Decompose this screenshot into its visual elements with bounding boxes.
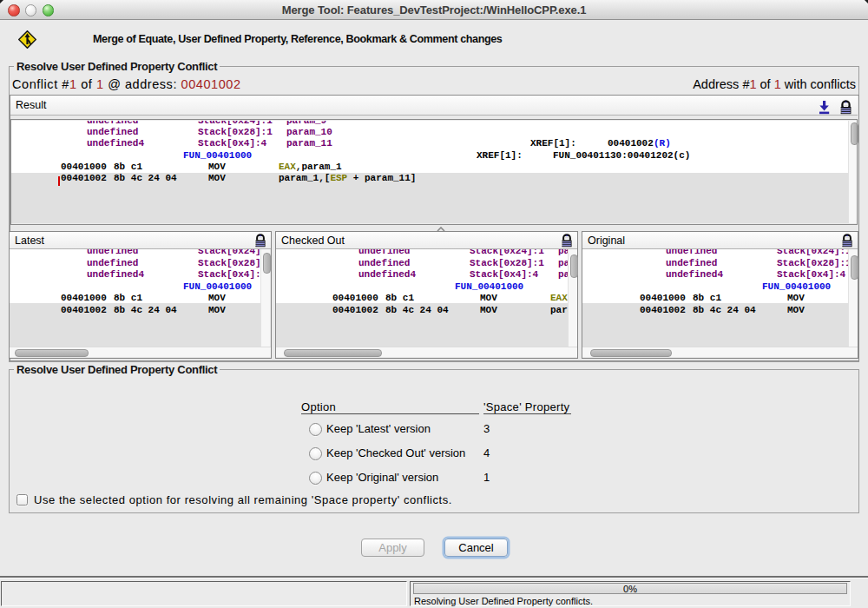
listing-token: param_11: [286, 138, 332, 149]
label-part: Address #: [693, 77, 749, 91]
listing-token: param_10: [286, 127, 332, 138]
listing-token: undefined: [358, 249, 410, 257]
listing-token: param_9: [286, 121, 326, 127]
option-radio-1[interactable]: [309, 447, 322, 460]
listing-token: Stack[0x4]:4: [470, 269, 538, 281]
listing-token: Stack[0x4]:4: [198, 269, 260, 281]
label-part: 1: [96, 77, 104, 91]
original-vscroll-thumb[interactable]: [851, 255, 858, 280]
conflict-group-title: Resolve User Defined Property Conflict: [14, 60, 220, 73]
listing-token: Stack[0x28]:1: [777, 258, 848, 269]
listing-token: ,param_1: [296, 162, 342, 173]
listing-row: FUN_00401000: [276, 281, 568, 293]
checked_out-hscroll-thumb[interactable]: [284, 349, 382, 357]
listing-token: MOV: [208, 305, 226, 316]
checked_out-vertical-scrollbar[interactable]: [568, 249, 577, 347]
listing-row: undefinedStack[0x24]:1param_9: [10, 249, 260, 257]
listing-token: XREF[1]:: [477, 150, 523, 162]
listing-token: MOV: [208, 173, 226, 184]
original-panel-header: Original: [582, 232, 858, 249]
listing-token: EAX: [550, 293, 568, 304]
latest-hscroll-thumb[interactable]: [15, 349, 89, 357]
listing-token: 8b 4c 24 04: [693, 305, 756, 316]
result-vscroll-thumb[interactable]: [851, 122, 858, 145]
listing-token: param_11: [558, 269, 568, 281]
option-value-2: 1: [483, 471, 490, 484]
option-value-1: 4: [483, 446, 490, 459]
lock-icon-original[interactable]: [840, 233, 854, 248]
listing-token: FUN_00401000: [762, 281, 831, 293]
listing-row: undefinedStack[0x28]:1param_10: [582, 258, 848, 269]
listing-row: undefinedStack[0x28]:1param_10: [276, 258, 568, 269]
listing-token: undefined: [87, 249, 138, 257]
lock-icon-result[interactable]: [838, 99, 853, 115]
listing-token: MOV: [208, 162, 226, 173]
option-value-0: 3: [483, 422, 490, 435]
listing-row: undefinedStack[0x28]:1param_10: [11, 127, 848, 138]
label-part: Conflict #: [12, 77, 69, 91]
latest-listing[interactable]: undefinedStack[0x24]:1param_9undefinedSt…: [10, 249, 260, 347]
listing-token: undefined4: [87, 269, 144, 281]
listing-token: 00401002: [332, 305, 378, 316]
listing-row: 004010008b c1MOVEAX,param_1: [582, 293, 848, 304]
latest-vscroll-thumb[interactable]: [263, 253, 271, 274]
result-listing[interactable]: undefinedStack[0x24]:1param_9undefinedSt…: [11, 121, 848, 223]
listing-token: Stack[0x28]:1: [470, 258, 544, 269]
status-separator-highlight: [0, 578, 868, 578]
status-message: Resolving User Defined Property conflict…: [414, 596, 593, 606]
listing-token: 8b c1: [114, 162, 142, 173]
listing-token: 8b c1: [385, 293, 414, 304]
listing-row: undefined4Stack[0x4]:4param_11: [276, 269, 568, 281]
save-icon[interactable]: [817, 100, 832, 115]
latest-vertical-scrollbar[interactable]: [260, 249, 270, 347]
option-label-2: Keep 'Original' version: [326, 471, 438, 484]
apply-button[interactable]: Apply: [361, 539, 424, 557]
cancel-button[interactable]: Cancel: [444, 539, 508, 557]
title-bar[interactable]: Merge Tool: Features_DevTestProject:/Win…: [0, 0, 868, 20]
label-part: 00401002: [181, 77, 241, 91]
latest-panel-title: Latest: [15, 235, 44, 247]
listing-token: Stack[0x24]:1: [198, 121, 273, 127]
original-listing[interactable]: undefinedStack[0x24]:1param_9undefinedSt…: [582, 249, 848, 347]
label-part: 1: [69, 77, 77, 91]
listing-token: undefined: [87, 258, 138, 269]
merge-header-title: Merge of Equate, User Defined Property, …: [93, 33, 502, 45]
listing-token: ESP: [330, 173, 347, 184]
label-part: 1: [774, 77, 781, 91]
listing-row: undefined4Stack[0x4]:4param_11: [10, 269, 260, 281]
merge-tool-window: { "window": { "title": "Merge Tool: Feat…: [0, 0, 868, 608]
listing-row: undefinedStack[0x24]:1param_9: [11, 121, 848, 127]
checked_out-vscroll-thumb[interactable]: [570, 254, 578, 278]
listing-row: 004010008b c1MOVEAX,param_1: [11, 162, 848, 173]
checked_out-panel-header: Checked Out: [276, 232, 577, 249]
listing-token: undefined: [666, 258, 717, 269]
conflict-count-label: Conflict #1 of 1 @ address: 00401002: [12, 77, 241, 91]
checked_out-panel-title: Checked Out: [281, 235, 345, 247]
checked_out-horizontal-scrollbar[interactable]: [276, 347, 577, 357]
latest-horizontal-scrollbar[interactable]: [10, 347, 271, 357]
listing-token: FUN_00401000: [455, 281, 523, 293]
listing-row: 004010008b c1MOVEAX,param_1: [10, 293, 260, 304]
listing-token: MOV: [787, 305, 805, 316]
listing-token: 00401000: [640, 293, 686, 304]
listing-token: XREF[1]:: [530, 138, 576, 149]
original-hscroll-thumb[interactable]: [590, 349, 672, 357]
option-radio-2[interactable]: [309, 472, 322, 485]
label-part: 1: [749, 77, 756, 91]
listing-token: Stack[0x4]:4: [777, 269, 845, 281]
result-vertical-scrollbar[interactable]: [848, 121, 857, 223]
progress-percent: 0%: [623, 584, 637, 594]
listing-token: MOV: [480, 305, 497, 316]
original-horizontal-scrollbar[interactable]: [582, 347, 858, 357]
apply-to-all-checkbox[interactable]: [16, 494, 28, 506]
listing-token: 00401002: [61, 305, 107, 316]
listing-token: undefined4: [666, 269, 723, 281]
lock-icon-checked_out[interactable]: [560, 233, 574, 248]
listing-row: 004010028b 4c 24 04MOVparam_1,[ESP + par…: [10, 305, 260, 316]
original-vertical-scrollbar[interactable]: [848, 249, 858, 347]
listing-token: Stack[0x28]:1: [198, 258, 260, 269]
checked_out-listing[interactable]: undefinedStack[0x24]:1param_9undefinedSt…: [276, 249, 568, 347]
listing-token: 8b 4c 24 04: [114, 173, 177, 184]
lock-icon-latest[interactable]: [253, 233, 267, 248]
option-radio-0[interactable]: [309, 423, 322, 436]
